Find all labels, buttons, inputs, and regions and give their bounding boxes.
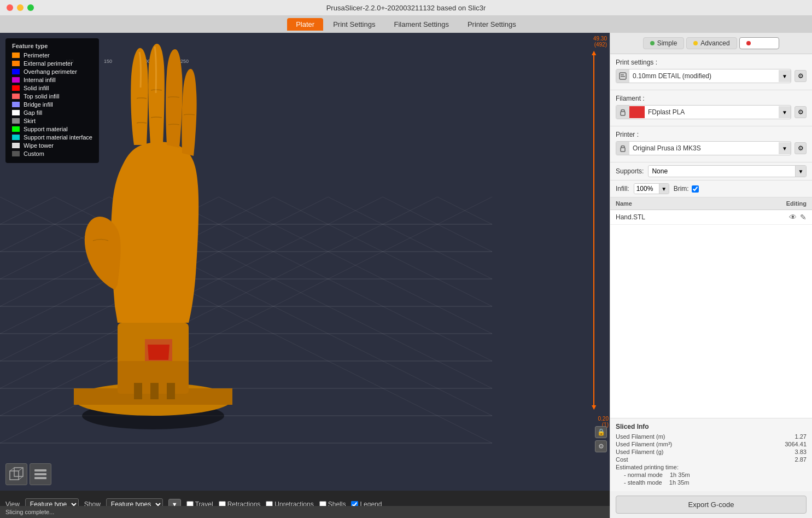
ruler-line bbox=[593, 55, 594, 409]
svg-rect-52 bbox=[621, 76, 625, 77]
svg-rect-49 bbox=[34, 477, 46, 479]
simple-mode-button[interactable]: Simple bbox=[643, 37, 685, 49]
svg-line-15 bbox=[219, 197, 492, 334]
maximize-button[interactable] bbox=[27, 4, 34, 11]
svg-line-17 bbox=[328, 197, 492, 279]
legend-color-swatch bbox=[12, 135, 20, 140]
legend-item-label: Wipe tower bbox=[24, 142, 54, 149]
filament-dropdown-button[interactable]: ▼ bbox=[779, 106, 791, 118]
print-settings-label: Print settings : bbox=[616, 59, 807, 66]
supports-dropdown-button[interactable]: ▼ bbox=[795, 166, 806, 177]
filament-settings-cog-button[interactable]: ⚙ bbox=[795, 106, 807, 118]
tab-filament-settings[interactable]: Filament Settings bbox=[385, 18, 457, 31]
titlebar: PrusaSlicer-2.2.0+-202003211132 based on… bbox=[0, 0, 812, 15]
legend-color-swatch bbox=[12, 77, 20, 83]
tab-print-settings[interactable]: Print Settings bbox=[324, 18, 384, 31]
svg-line-13 bbox=[109, 197, 492, 388]
height-ruler: 49.30 (492) ▲ ▼ 0.20 (1) 🔒 ⚙ bbox=[582, 33, 610, 518]
advanced-mode-button[interactable]: Advanced bbox=[686, 37, 737, 49]
minimize-button[interactable] bbox=[17, 4, 24, 11]
settings-cog-button[interactable]: ⚙ bbox=[595, 440, 607, 452]
legend-item: Internal infill bbox=[12, 77, 92, 83]
printer-dropdown-button[interactable]: ▼ bbox=[779, 142, 791, 154]
object-list-header: Name Editing bbox=[610, 197, 812, 210]
filament-label: Filament : bbox=[616, 95, 807, 102]
stealth-mode-value: 1h 35m bbox=[669, 479, 690, 486]
legend-color-swatch bbox=[12, 118, 20, 124]
legend-item-label: Support material interface bbox=[24, 134, 92, 141]
layer-view-button[interactable] bbox=[30, 463, 51, 485]
legend-item: Perimeter bbox=[12, 52, 92, 59]
legend-item-label: Support material bbox=[24, 126, 68, 132]
close-button[interactable] bbox=[7, 4, 13, 11]
print-settings-cog-button[interactable]: ⚙ bbox=[795, 70, 807, 82]
svg-line-44 bbox=[10, 468, 14, 471]
print-settings-dropdown-button[interactable]: ▼ bbox=[779, 70, 791, 82]
filament-g-value: 3.83 bbox=[795, 449, 807, 455]
svg-line-45 bbox=[19, 468, 23, 471]
svg-line-27 bbox=[0, 197, 109, 252]
simple-label: Simple bbox=[657, 39, 677, 47]
visibility-toggle-button[interactable]: 👁 bbox=[789, 213, 797, 222]
cost-value: 2.87 bbox=[795, 456, 807, 463]
export-gcode-button[interactable]: Export G-code bbox=[616, 496, 807, 514]
svg-rect-54 bbox=[621, 148, 625, 152]
tab-bar: Plater Print Settings Filament Settings … bbox=[0, 15, 812, 33]
expert-mode-button[interactable]: Expert bbox=[739, 37, 780, 49]
status-bar: Slicing complete... bbox=[0, 506, 610, 518]
infill-input[interactable] bbox=[634, 184, 659, 194]
filament-color-swatch[interactable] bbox=[629, 106, 645, 118]
infill-label: Infill: bbox=[616, 185, 629, 193]
filament-value: FDplast PLA bbox=[645, 107, 779, 118]
window-controls bbox=[7, 4, 34, 11]
svg-line-28 bbox=[0, 197, 55, 224]
svg-rect-47 bbox=[34, 469, 46, 472]
filament-lock-icon bbox=[616, 106, 629, 119]
filament-mm3-value: 3064.41 bbox=[785, 441, 807, 447]
printer-lock-icon bbox=[616, 142, 629, 155]
legend-item: Solid infill bbox=[12, 85, 92, 91]
feature-legend: Feature type PerimeterExternal perimeter… bbox=[5, 38, 99, 163]
svg-rect-48 bbox=[34, 473, 46, 475]
print-settings-value: 0.10mm DETAIL (modified) bbox=[629, 71, 779, 82]
legend-item-label: Gap fill bbox=[24, 109, 42, 116]
infill-dropdown-button[interactable]: ▼ bbox=[659, 184, 669, 194]
stealth-mode-label: - stealth mode bbox=[624, 479, 662, 486]
svg-line-46 bbox=[19, 476, 23, 480]
legend-item: Skirt bbox=[12, 118, 92, 124]
print-settings-row: 0.10mm DETAIL (modified) ▼ ⚙ bbox=[616, 69, 807, 83]
svg-rect-53 bbox=[621, 112, 625, 115]
status-text: Slicing complete... bbox=[5, 509, 54, 515]
printer-input: Original Prusa i3 MK3S ▼ bbox=[616, 141, 791, 155]
lock-button[interactable]: 🔒 bbox=[595, 426, 607, 438]
svg-rect-36 bbox=[74, 388, 232, 405]
legend-color-swatch bbox=[12, 53, 20, 58]
filament-mm3-label: Used Filament (mm³) bbox=[616, 441, 672, 447]
print-settings-input: 0.10mm DETAIL (modified) ▼ bbox=[616, 69, 791, 83]
tab-printer-settings[interactable]: Printer Settings bbox=[459, 18, 525, 31]
table-row[interactable]: Hand.STL 👁 ✎ bbox=[610, 210, 812, 225]
sliced-info-title: Sliced Info bbox=[616, 423, 807, 430]
supports-row: Supports: None ▼ bbox=[610, 162, 812, 181]
estimated-time-label: Estimated printing time: bbox=[616, 464, 679, 470]
tab-plater[interactable]: Plater bbox=[287, 18, 323, 31]
object-actions: 👁 ✎ bbox=[789, 213, 807, 222]
right-panel: Simple Advanced Expert Print settings : bbox=[610, 33, 812, 518]
legend-item: External perimeter bbox=[12, 60, 92, 67]
filament-g-row: Used Filament (g) 3.83 bbox=[616, 449, 807, 455]
svg-line-22 bbox=[0, 197, 383, 388]
perspective-view-button[interactable] bbox=[5, 463, 27, 485]
simple-dot bbox=[650, 41, 655, 45]
legend-title: Feature type bbox=[12, 43, 92, 49]
edit-object-button[interactable]: ✎ bbox=[800, 213, 807, 222]
viewport-canvas[interactable]: 50 100 150 200 250 bbox=[0, 33, 610, 518]
svg-rect-37 bbox=[118, 323, 189, 366]
brim-label: Brim: bbox=[674, 185, 689, 193]
filament-mm3-row: Used Filament (mm³) 3064.41 bbox=[616, 441, 807, 447]
legend-item-label: Custom bbox=[24, 150, 44, 157]
svg-line-11 bbox=[0, 197, 492, 443]
printer-settings-cog-button[interactable]: ⚙ bbox=[795, 142, 807, 154]
legend-color-swatch bbox=[12, 143, 20, 148]
brim-checkbox[interactable] bbox=[692, 185, 699, 193]
filament-m-value: 1.27 bbox=[795, 433, 807, 440]
